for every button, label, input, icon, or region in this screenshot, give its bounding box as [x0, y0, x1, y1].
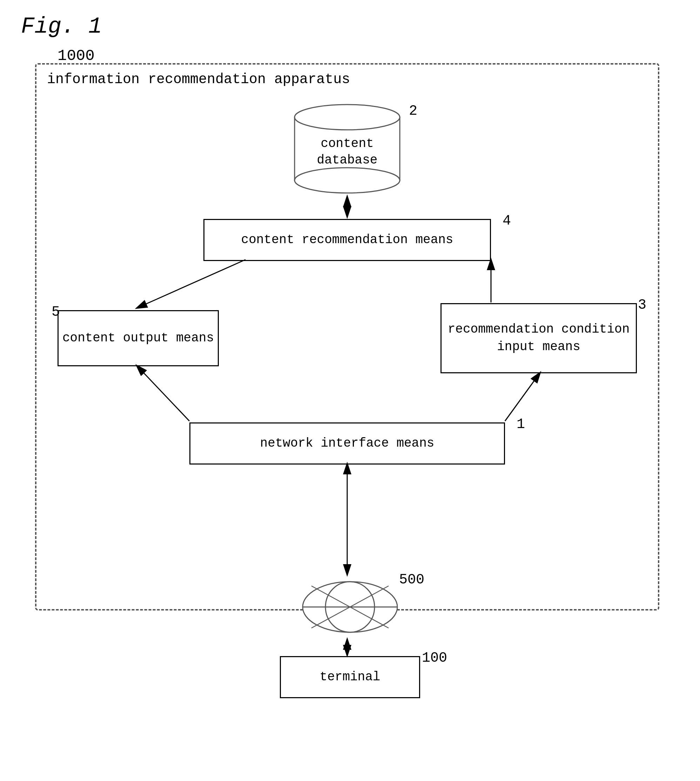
network-symbol [301, 576, 399, 639]
apparatus-label: information recommendation apparatus [47, 72, 350, 87]
recommendation-condition-input-means: recommendation condition input means 3 [440, 303, 637, 373]
content-output-means: content output means 5 [58, 310, 219, 366]
terminal-number: 100 [422, 650, 447, 666]
crm-label: content recommendation means [241, 231, 453, 249]
network-interface-means: network interface means 1 [189, 422, 505, 464]
com-label: content output means [62, 329, 214, 347]
figure-title: Fig. 1 [21, 14, 102, 39]
nim-number: 1 [517, 416, 525, 432]
crm-number: 4 [503, 213, 511, 229]
network-number: 500 [399, 572, 424, 588]
rcim-number: 3 [638, 297, 646, 313]
terminal: terminal 100 [280, 656, 420, 698]
com-number: 5 [52, 304, 60, 320]
svg-point-1 [295, 168, 400, 193]
apparatus-container: 1000 information recommendation apparatu… [35, 63, 659, 611]
terminal-label: terminal [320, 668, 380, 686]
content-database: content database 2 [288, 100, 407, 198]
apparatus-number: 1000 [58, 47, 95, 65]
svg-point-2 [295, 105, 400, 130]
database-number: 2 [409, 103, 417, 119]
database-label: content database [317, 136, 378, 169]
rcim-label: recommendation condition input means [448, 321, 630, 356]
nim-label: network interface means [260, 435, 435, 452]
content-recommendation-means: content recommendation means 4 [203, 219, 491, 261]
